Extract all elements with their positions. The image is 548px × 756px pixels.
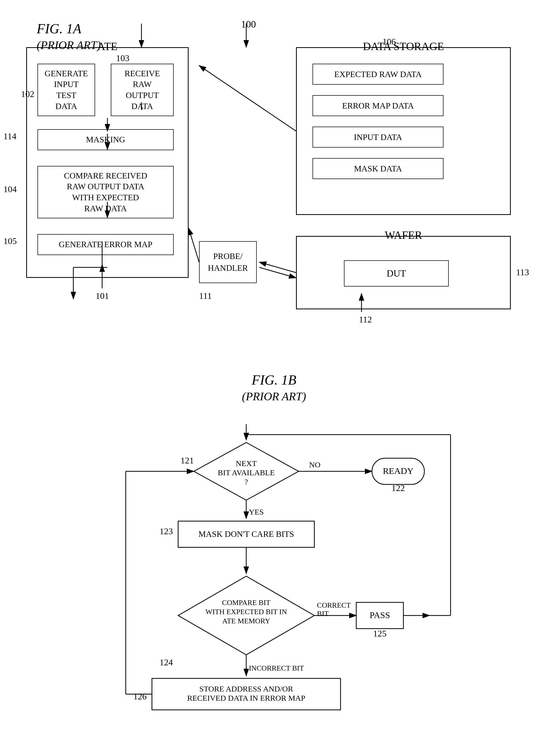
recv-box: RECEIVERAWOUTPUTDATA xyxy=(111,64,174,116)
svg-text:READY: READY xyxy=(383,466,413,476)
svg-text:124: 124 xyxy=(160,657,173,667)
svg-text:BIT: BIT xyxy=(317,609,329,618)
svg-text:MASK DON'T CARE BITS: MASK DON'T CARE BITS xyxy=(198,529,294,539)
svg-text:?: ? xyxy=(245,477,248,486)
masking-box: MASKING xyxy=(37,129,174,150)
wafer-box: WAFER DUT xyxy=(296,236,511,309)
ref-114: 114 xyxy=(3,131,17,141)
ref-112: 112 xyxy=(359,315,372,325)
probe-box: PROBE/HANDLER xyxy=(199,241,257,283)
ds-label: DATA STORAGE xyxy=(363,40,444,53)
flowchart: NEXT BIT AVAILABLE ? 121 NO READY 122 YE… xyxy=(21,419,527,756)
ref-101: 101 xyxy=(96,291,109,301)
svg-text:126: 126 xyxy=(133,692,147,701)
ref-113: 113 xyxy=(516,267,529,277)
ref-100: 100 xyxy=(241,18,256,30)
svg-text:125: 125 xyxy=(373,629,387,638)
ref-104: 104 xyxy=(3,184,17,194)
svg-text:YES: YES xyxy=(249,507,264,516)
svg-text:NO: NO xyxy=(309,460,320,469)
ref-111: 111 xyxy=(199,291,212,301)
ref-102: 102 xyxy=(21,89,34,99)
svg-text:BIT AVAILABLE: BIT AVAILABLE xyxy=(218,468,275,477)
svg-text:122: 122 xyxy=(392,483,405,493)
svg-line-14 xyxy=(259,262,296,273)
fig1b-subtitle: (PRIOR ART) xyxy=(21,390,527,403)
ds-inputdata: INPUT DATA xyxy=(312,127,443,148)
fig1a-section: FIG. 1A (PRIOR ART) 100 ATE 103 GENERATE… xyxy=(21,16,527,351)
fig1a-title: FIG. 1A xyxy=(37,21,101,36)
page: FIG. 1A (PRIOR ART) 100 ATE 103 GENERATE… xyxy=(0,0,548,756)
flowchart-svg: NEXT BIT AVAILABLE ? 121 NO READY 122 YE… xyxy=(21,419,545,756)
svg-text:WITH EXPECTED BIT IN: WITH EXPECTED BIT IN xyxy=(205,608,287,616)
svg-text:STORE ADDRESS AND/OR: STORE ADDRESS AND/OR xyxy=(199,684,293,693)
svg-text:ATE MEMORY: ATE MEMORY xyxy=(223,617,270,625)
fig1b-title-area: FIG. 1B (PRIOR ART) xyxy=(21,372,527,403)
svg-text:COMPARE BIT: COMPARE BIT xyxy=(222,598,271,607)
svg-line-6 xyxy=(199,66,296,131)
ate-box: ATE 103 GENERATEINPUTTESTDATA RECEIVERAW… xyxy=(26,47,189,278)
svg-text:PASS: PASS xyxy=(370,610,390,620)
ds-maskdata: MASK DATA xyxy=(312,158,443,179)
svg-text:CORRECT: CORRECT xyxy=(317,601,351,609)
svg-line-15 xyxy=(259,267,296,278)
gen-input-box: GENERATEINPUTTESTDATA xyxy=(37,64,95,116)
ds-expected: EXPECTED RAW DATA xyxy=(312,64,443,85)
fig1b-section: FIG. 1B (PRIOR ART) xyxy=(21,372,527,756)
data-storage-box: DATA STORAGE EXPECTED RAW DATA 107 ERROR… xyxy=(296,47,511,215)
svg-text:123: 123 xyxy=(160,526,173,536)
svg-text:RECEIVED DATA IN ERROR MAP: RECEIVED DATA IN ERROR MAP xyxy=(187,694,305,702)
compare-box: COMPARE RECEIVEDRAW OUTPUT DATAWITH EXPE… xyxy=(37,166,174,218)
svg-text:INCORRECT BIT: INCORRECT BIT xyxy=(249,664,304,672)
svg-text:121: 121 xyxy=(181,456,194,465)
ds-errormap: ERROR MAP DATA xyxy=(312,95,443,116)
dut-box: DUT xyxy=(344,260,449,287)
ref-105: 105 xyxy=(3,236,17,246)
fig1b-title: FIG. 1B xyxy=(21,372,527,388)
error-map-box: GENERATE ERROR MAP xyxy=(37,234,174,255)
svg-line-13 xyxy=(189,228,199,262)
wafer-label: WAFER xyxy=(385,229,422,241)
ate-label: ATE xyxy=(98,40,118,53)
svg-text:NEXT: NEXT xyxy=(236,459,257,468)
ref-103: 103 xyxy=(116,53,129,63)
